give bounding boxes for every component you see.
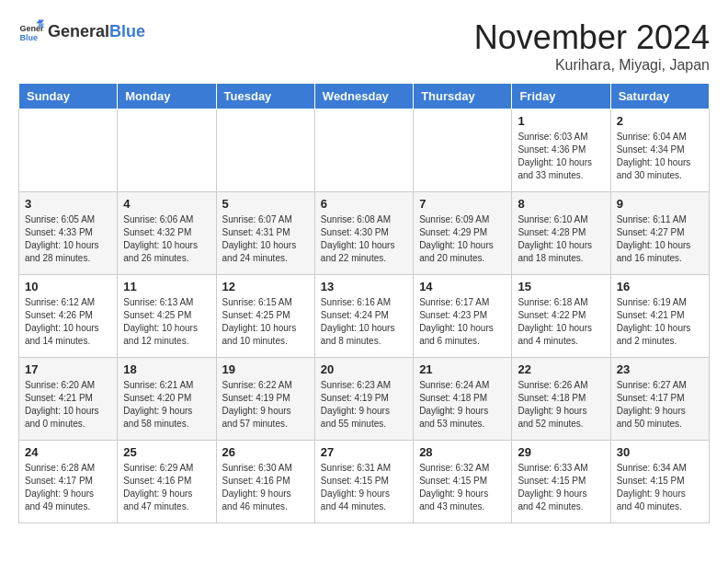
day-number: 11 — [123, 280, 210, 293]
calendar-week-row: 24Sunrise: 6:28 AMSunset: 4:17 PMDayligh… — [19, 441, 710, 523]
day-number: 28 — [419, 445, 506, 459]
calendar-cell: 20Sunrise: 6:23 AMSunset: 4:19 PMDayligh… — [314, 358, 413, 441]
day-info: Sunrise: 6:28 AMSunset: 4:17 PMDaylight:… — [25, 462, 111, 513]
column-header-tuesday: Tuesday — [216, 84, 314, 109]
day-number: 23 — [617, 362, 703, 376]
day-info: Sunrise: 6:13 AMSunset: 4:25 PMDaylight:… — [123, 296, 210, 348]
calendar-cell: 10Sunrise: 6:12 AMSunset: 4:26 PMDayligh… — [19, 275, 118, 358]
day-info: Sunrise: 6:06 AMSunset: 4:32 PMDaylight:… — [123, 213, 210, 265]
calendar-cell: 6Sunrise: 6:08 AMSunset: 4:30 PMDaylight… — [314, 192, 413, 275]
location-title: Kurihara, Miyagi, Japan — [474, 57, 710, 74]
day-number: 9 — [617, 197, 703, 211]
title-block: November 2024 Kurihara, Miyagi, Japan — [474, 18, 710, 74]
day-number: 13 — [321, 280, 407, 293]
day-info: Sunrise: 6:33 AMSunset: 4:15 PMDaylight:… — [518, 462, 604, 513]
calendar-cell: 13Sunrise: 6:16 AMSunset: 4:24 PMDayligh… — [314, 275, 413, 358]
logo-blue: Blue — [109, 22, 145, 40]
calendar-header-row: SundayMondayTuesdayWednesdayThursdayFrid… — [19, 84, 710, 109]
day-info: Sunrise: 6:22 AMSunset: 4:19 PMDaylight:… — [222, 379, 309, 431]
calendar-table: SundayMondayTuesdayWednesdayThursdayFrid… — [18, 83, 710, 523]
day-number: 5 — [222, 197, 309, 211]
calendar-cell: 17Sunrise: 6:20 AMSunset: 4:21 PMDayligh… — [19, 358, 118, 441]
calendar-week-row: 3Sunrise: 6:05 AMSunset: 4:33 PMDaylight… — [19, 192, 710, 275]
day-info: Sunrise: 6:32 AMSunset: 4:15 PMDaylight:… — [419, 462, 506, 513]
day-number: 20 — [321, 362, 407, 376]
day-number: 29 — [518, 445, 604, 459]
calendar-cell: 11Sunrise: 6:13 AMSunset: 4:25 PMDayligh… — [118, 275, 216, 358]
day-number: 6 — [321, 197, 407, 211]
day-number: 24 — [25, 445, 111, 459]
day-number: 4 — [123, 197, 210, 211]
day-number: 27 — [321, 445, 407, 459]
day-info: Sunrise: 6:18 AMSunset: 4:22 PMDaylight:… — [518, 296, 604, 348]
column-header-thursday: Thursday — [414, 84, 512, 109]
calendar-cell: 30Sunrise: 6:34 AMSunset: 4:15 PMDayligh… — [610, 441, 709, 523]
calendar-cell: 4Sunrise: 6:06 AMSunset: 4:32 PMDaylight… — [118, 192, 216, 275]
calendar-cell: 28Sunrise: 6:32 AMSunset: 4:15 PMDayligh… — [414, 441, 512, 523]
calendar-cell: 25Sunrise: 6:29 AMSunset: 4:16 PMDayligh… — [118, 441, 216, 523]
day-number: 8 — [518, 197, 604, 211]
day-info: Sunrise: 6:15 AMSunset: 4:25 PMDaylight:… — [222, 296, 309, 348]
calendar-cell: 7Sunrise: 6:09 AMSunset: 4:29 PMDaylight… — [414, 192, 512, 275]
calendar-week-row: 10Sunrise: 6:12 AMSunset: 4:26 PMDayligh… — [19, 275, 710, 358]
day-info: Sunrise: 6:27 AMSunset: 4:17 PMDaylight:… — [617, 379, 703, 431]
calendar-cell: 12Sunrise: 6:15 AMSunset: 4:25 PMDayligh… — [216, 275, 314, 358]
calendar-cell: 29Sunrise: 6:33 AMSunset: 4:15 PMDayligh… — [512, 441, 610, 523]
calendar-week-row: 17Sunrise: 6:20 AMSunset: 4:21 PMDayligh… — [19, 358, 710, 441]
day-info: Sunrise: 6:04 AMSunset: 4:34 PMDaylight:… — [617, 131, 703, 182]
svg-text:Blue: Blue — [19, 33, 38, 42]
calendar-week-row: 1Sunrise: 6:03 AMSunset: 4:36 PMDaylight… — [19, 109, 710, 192]
calendar-cell — [216, 109, 314, 192]
day-info: Sunrise: 6:16 AMSunset: 4:24 PMDaylight:… — [321, 296, 407, 348]
day-number: 2 — [617, 114, 703, 128]
day-number: 25 — [123, 445, 210, 459]
day-info: Sunrise: 6:30 AMSunset: 4:16 PMDaylight:… — [222, 462, 309, 513]
calendar-cell: 9Sunrise: 6:11 AMSunset: 4:27 PMDaylight… — [610, 192, 709, 275]
calendar-cell: 21Sunrise: 6:24 AMSunset: 4:18 PMDayligh… — [414, 358, 512, 441]
calendar-cell: 15Sunrise: 6:18 AMSunset: 4:22 PMDayligh… — [512, 275, 610, 358]
day-info: Sunrise: 6:26 AMSunset: 4:18 PMDaylight:… — [518, 379, 604, 431]
calendar-cell: 26Sunrise: 6:30 AMSunset: 4:16 PMDayligh… — [216, 441, 314, 523]
day-info: Sunrise: 6:17 AMSunset: 4:23 PMDaylight:… — [419, 296, 506, 348]
day-info: Sunrise: 6:10 AMSunset: 4:28 PMDaylight:… — [518, 213, 604, 265]
day-info: Sunrise: 6:24 AMSunset: 4:18 PMDaylight:… — [419, 379, 506, 431]
day-info: Sunrise: 6:29 AMSunset: 4:16 PMDaylight:… — [123, 462, 210, 513]
column-header-saturday: Saturday — [610, 84, 709, 109]
calendar-cell: 5Sunrise: 6:07 AMSunset: 4:31 PMDaylight… — [216, 192, 314, 275]
day-number: 21 — [419, 362, 506, 376]
day-number: 14 — [419, 280, 506, 293]
day-info: Sunrise: 6:20 AMSunset: 4:21 PMDaylight:… — [25, 379, 111, 431]
calendar-cell: 8Sunrise: 6:10 AMSunset: 4:28 PMDaylight… — [512, 192, 610, 275]
day-info: Sunrise: 6:03 AMSunset: 4:36 PMDaylight:… — [518, 131, 604, 182]
day-number: 22 — [518, 362, 604, 376]
calendar-cell: 1Sunrise: 6:03 AMSunset: 4:36 PMDaylight… — [512, 109, 610, 192]
column-header-friday: Friday — [512, 84, 610, 109]
calendar-cell — [19, 109, 118, 192]
calendar-cell: 14Sunrise: 6:17 AMSunset: 4:23 PMDayligh… — [414, 275, 512, 358]
day-info: Sunrise: 6:07 AMSunset: 4:31 PMDaylight:… — [222, 213, 309, 265]
logo-general: General — [48, 22, 109, 40]
calendar-cell: 19Sunrise: 6:22 AMSunset: 4:19 PMDayligh… — [216, 358, 314, 441]
day-info: Sunrise: 6:09 AMSunset: 4:29 PMDaylight:… — [419, 213, 506, 265]
column-header-wednesday: Wednesday — [314, 84, 413, 109]
day-number: 26 — [222, 445, 309, 459]
day-info: Sunrise: 6:08 AMSunset: 4:30 PMDaylight:… — [321, 213, 407, 265]
day-number: 1 — [518, 114, 604, 128]
day-number: 15 — [518, 280, 604, 293]
day-number: 7 — [419, 197, 506, 211]
calendar-cell — [118, 109, 216, 192]
day-info: Sunrise: 6:31 AMSunset: 4:15 PMDaylight:… — [321, 462, 407, 513]
calendar-cell: 16Sunrise: 6:19 AMSunset: 4:21 PMDayligh… — [610, 275, 709, 358]
day-info: Sunrise: 6:05 AMSunset: 4:33 PMDaylight:… — [25, 213, 111, 265]
calendar-cell — [314, 109, 413, 192]
day-info: Sunrise: 6:19 AMSunset: 4:21 PMDaylight:… — [617, 296, 703, 348]
calendar-cell: 27Sunrise: 6:31 AMSunset: 4:15 PMDayligh… — [314, 441, 413, 523]
day-info: Sunrise: 6:11 AMSunset: 4:27 PMDaylight:… — [617, 213, 703, 265]
day-number: 10 — [25, 280, 111, 293]
calendar-cell: 22Sunrise: 6:26 AMSunset: 4:18 PMDayligh… — [512, 358, 610, 441]
day-info: Sunrise: 6:21 AMSunset: 4:20 PMDaylight:… — [123, 379, 210, 431]
day-number: 18 — [123, 362, 210, 376]
day-info: Sunrise: 6:34 AMSunset: 4:15 PMDaylight:… — [617, 462, 703, 513]
day-info: Sunrise: 6:12 AMSunset: 4:26 PMDaylight:… — [25, 296, 111, 348]
month-title: November 2024 — [474, 18, 710, 57]
